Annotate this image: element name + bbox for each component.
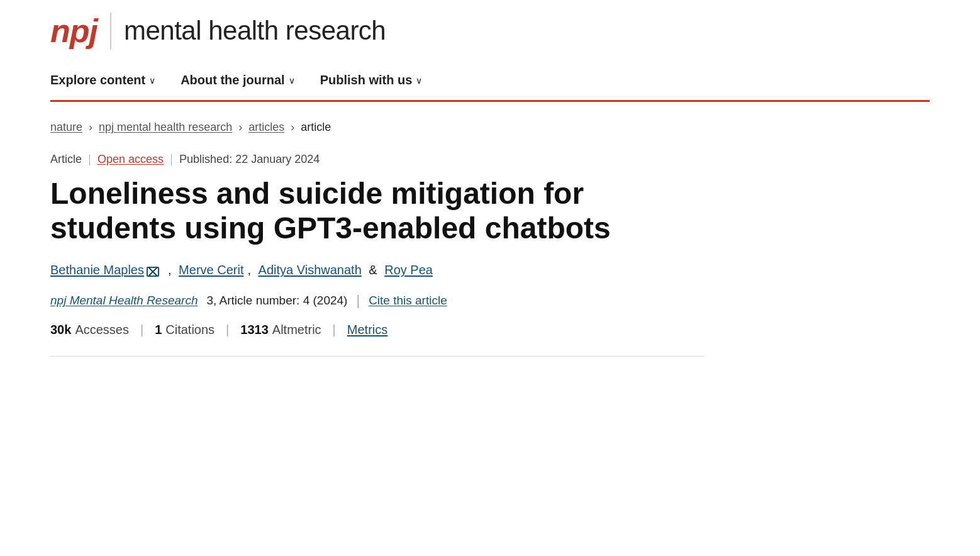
journal-name: mental health research xyxy=(124,16,386,46)
cite-article-link[interactable]: Cite this article xyxy=(369,294,447,308)
article-meta: Article Open access Published: 22 Januar… xyxy=(50,153,704,166)
nav-bar: Explore content ∨ About the journal ∨ Pu… xyxy=(50,60,930,102)
nav-about-journal[interactable]: About the journal ∨ xyxy=(181,69,308,91)
published-label: Published: 22 January 2024 xyxy=(179,153,320,166)
metrics-divider-2: | xyxy=(226,323,229,337)
nav-about-journal-label: About the journal xyxy=(181,73,285,87)
nav-explore-content-label: Explore content xyxy=(50,73,145,87)
citation-pipe: | xyxy=(356,292,360,309)
citations-label: Citations xyxy=(165,323,214,337)
nav-publish-label: Publish with us xyxy=(320,73,413,87)
chevron-down-icon: ∨ xyxy=(416,75,422,86)
metrics-link[interactable]: Metrics xyxy=(347,323,387,337)
citation-line: npj Mental Health Research 3, Article nu… xyxy=(50,292,704,309)
author-bethanie-maples[interactable]: Bethanie Maples xyxy=(50,263,144,277)
logo-divider xyxy=(110,13,111,49)
email-icon[interactable] xyxy=(147,267,159,277)
author-separator-2: , xyxy=(247,263,254,277)
citations-value: 1 xyxy=(155,323,162,337)
nav-explore-content[interactable]: Explore content ∨ xyxy=(50,69,168,91)
author-merve-cerit[interactable]: Merve Cerit xyxy=(179,263,243,277)
nav-publish-with-us[interactable]: Publish with us ∨ xyxy=(320,69,435,91)
meta-divider-1 xyxy=(89,154,90,165)
journal-link[interactable]: npj Mental Health Research xyxy=(50,294,198,308)
npj-logo[interactable]: npj xyxy=(50,14,97,47)
altmetric-value: 1313 xyxy=(240,323,269,337)
main-content: nature › npj mental health research › ar… xyxy=(0,102,755,382)
breadcrumb-separator-1: › xyxy=(89,121,92,134)
breadcrumb: nature › npj mental health research › ar… xyxy=(50,121,704,134)
author-separator-3: & xyxy=(365,263,381,277)
article-title: Loneliness and suicide mitigation for st… xyxy=(50,176,704,245)
article-type-label: Article xyxy=(50,153,82,166)
altmetric-label: Altmetric xyxy=(272,323,321,337)
chevron-down-icon: ∨ xyxy=(289,75,295,86)
meta-divider-2 xyxy=(171,154,172,165)
accesses-label: Accesses xyxy=(75,323,129,337)
breadcrumb-separator-3: › xyxy=(291,121,294,134)
metrics-bar: 30k Accesses | 1 Citations | 1313 Altmet… xyxy=(50,323,704,357)
accesses-value: 30k xyxy=(50,323,71,337)
metrics-divider-3: | xyxy=(333,323,336,337)
breadcrumb-current: article xyxy=(301,121,331,134)
breadcrumb-npj-mental-health[interactable]: npj mental health research xyxy=(99,121,232,134)
author-roy-pea[interactable]: Roy Pea xyxy=(384,263,433,277)
author-aditya-vishwanath[interactable]: Aditya Vishwanath xyxy=(259,263,362,277)
metrics-divider-1: | xyxy=(140,323,143,337)
author-separator-1: , xyxy=(168,263,175,277)
logo-bar: npj mental health research xyxy=(50,13,930,60)
chevron-down-icon: ∨ xyxy=(149,75,155,86)
breadcrumb-nature[interactable]: nature xyxy=(50,121,82,134)
open-access-link[interactable]: Open access xyxy=(97,153,164,166)
header: npj mental health research Explore conte… xyxy=(0,0,980,102)
breadcrumb-articles[interactable]: articles xyxy=(248,121,284,134)
volume-text: 3, Article number: 4 (2024) xyxy=(206,294,347,308)
authors-list: Bethanie Maples , Merve Cerit , Aditya V… xyxy=(50,263,704,277)
breadcrumb-separator-2: › xyxy=(238,121,242,134)
